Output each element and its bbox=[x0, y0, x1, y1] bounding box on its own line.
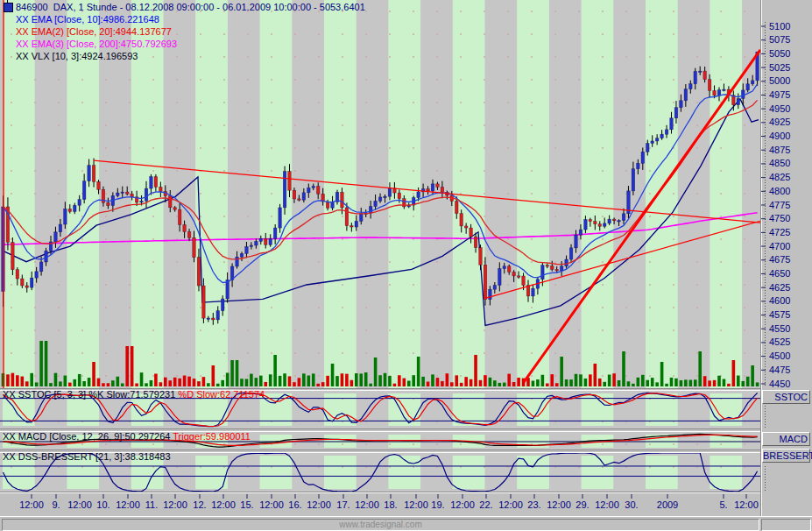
time-axis[interactable]: 12:009.12:0010.12:0011.12:0012.12:0015.1… bbox=[0, 493, 812, 516]
price-tick-label: 4475 bbox=[769, 365, 790, 375]
time-tick-label: 2009 bbox=[657, 499, 678, 510]
price-tick-label: 4900 bbox=[769, 131, 790, 141]
time-tick-label: 12:00 bbox=[450, 499, 475, 510]
time-tick-label: 29. bbox=[575, 499, 589, 510]
price-tick-label: 4850 bbox=[769, 158, 790, 168]
time-tick-label: 12:00 bbox=[211, 499, 236, 510]
time-tick-label: 10. bbox=[96, 499, 109, 510]
time-tick-label: 9. bbox=[52, 499, 60, 510]
time-tick-label: 17. bbox=[336, 499, 350, 510]
price-tick-label: 5075 bbox=[769, 34, 790, 45]
price-tick-label: 4925 bbox=[769, 117, 790, 127]
price-tick-label: 4775 bbox=[769, 200, 790, 210]
price-tick-label: 4975 bbox=[769, 89, 790, 100]
dss-panel-label: XX DSS-BRESSERT [21, 3]:38.318483 bbox=[3, 451, 171, 463]
price-tick-label: 4450 bbox=[769, 379, 790, 389]
time-tick-label: 19. bbox=[431, 499, 444, 510]
indicator-label-ema200: XX EMA(3) [Close, 200]:4750.792693 bbox=[16, 39, 177, 50]
price-tick-label: 4875 bbox=[769, 145, 790, 155]
price-tick-label: 4825 bbox=[769, 172, 790, 182]
price-tick-label: 5000 bbox=[769, 75, 790, 86]
price-tick-label: 5050 bbox=[769, 48, 790, 59]
price-tick-label: 4800 bbox=[769, 186, 790, 196]
price-tick-label: 4750 bbox=[769, 213, 790, 223]
status-bar: www.tradesignal.com bbox=[0, 516, 812, 531]
session-stripes bbox=[0, 0, 760, 493]
time-tick-label: 12:00 bbox=[307, 499, 331, 510]
time-tick-label: 23. bbox=[527, 499, 540, 510]
time-tick-label: 12. bbox=[193, 499, 206, 510]
time-tick-label: 12:00 bbox=[19, 499, 44, 510]
macd-label-main: XX MACD [Close, 12, 26, 9]:50.297264 bbox=[3, 431, 173, 442]
time-tick-label: 15. bbox=[240, 499, 253, 510]
macd-panel-label: XX MACD [Close, 12, 26, 9]:50.297264 Tri… bbox=[3, 431, 251, 442]
time-tick-label: 12:00 bbox=[734, 499, 759, 510]
time-tick-label: 30. bbox=[625, 499, 638, 510]
status-bar-cell bbox=[761, 519, 811, 531]
tradesignal-chart-window: 846900 DAX, 1 Stunde - 08.12.2008 09:00:… bbox=[0, 0, 812, 531]
time-tick-label: 12:00 bbox=[67, 499, 92, 510]
time-tick-label: 5. bbox=[719, 499, 727, 510]
price-tick-label: 5025 bbox=[769, 62, 790, 73]
time-tick-label: 22. bbox=[479, 499, 492, 510]
status-bar-text: www.tradesignal.com bbox=[2, 519, 759, 531]
indicator-label-ema20: XX EMA(2) [Close, 20]:4944.137677 bbox=[16, 26, 172, 38]
price-tick-label: 4500 bbox=[769, 350, 790, 361]
time-tick-label: 12:00 bbox=[547, 499, 571, 510]
time-tick-label: 12:00 bbox=[595, 499, 619, 510]
sstoc-label-d: %D Slow:62.711574 bbox=[178, 389, 265, 400]
price-tick-label: 4525 bbox=[769, 336, 790, 347]
price-tick-label: 4950 bbox=[769, 103, 790, 114]
sstoc-panel-label: XX SSTOC [5, 3, 3] %K Slow:71.579231 %D … bbox=[3, 389, 265, 400]
price-tick-label: 4675 bbox=[769, 254, 790, 265]
price-tick-label: 4625 bbox=[769, 282, 790, 293]
time-tick-label: 12:00 bbox=[163, 499, 187, 510]
price-axis[interactable]: 5100507550505025500049754950492549004875… bbox=[760, 0, 812, 493]
price-tick-label: 4725 bbox=[769, 227, 790, 237]
time-tick-label: 12:00 bbox=[116, 499, 140, 510]
price-tick-label: 4550 bbox=[769, 323, 790, 334]
candlestick-chart-icon bbox=[4, 3, 13, 12]
time-tick-label: 16. bbox=[288, 499, 301, 510]
chart-title: 846900 DAX, 1 Stunde - 08.12.2008 09:00:… bbox=[16, 2, 365, 13]
price-tick-label: 4650 bbox=[769, 268, 790, 279]
sstoc-label-main: XX SSTOC [5, 3, 3] %K Slow:71.579231 bbox=[3, 389, 178, 400]
price-tick-label: 4600 bbox=[769, 295, 790, 306]
time-tick-label: 18. bbox=[384, 499, 397, 510]
time-tick-label: 12:00 bbox=[259, 499, 284, 510]
time-tick-label: 12:00 bbox=[355, 499, 379, 510]
indicator-label-ema10: XX EMA [Close, 10]:4986.221648 bbox=[16, 14, 159, 25]
indicator-label-vlx: XX VLX [10, 3]:4924.196593 bbox=[16, 51, 138, 62]
time-tick-label: 12:00 bbox=[498, 499, 523, 510]
time-tick-label: 12:00 bbox=[404, 499, 428, 510]
price-tick-label: 5100 bbox=[769, 21, 790, 32]
price-tick-label: 4700 bbox=[769, 241, 790, 251]
macd-label-trigger: Trigger:59.980011 bbox=[173, 431, 251, 442]
price-tick-label: 4575 bbox=[769, 309, 790, 320]
dss-label-main: XX DSS-BRESSERT [21, 3]:38.318483 bbox=[3, 451, 171, 462]
time-tick-label: 11. bbox=[145, 499, 158, 510]
